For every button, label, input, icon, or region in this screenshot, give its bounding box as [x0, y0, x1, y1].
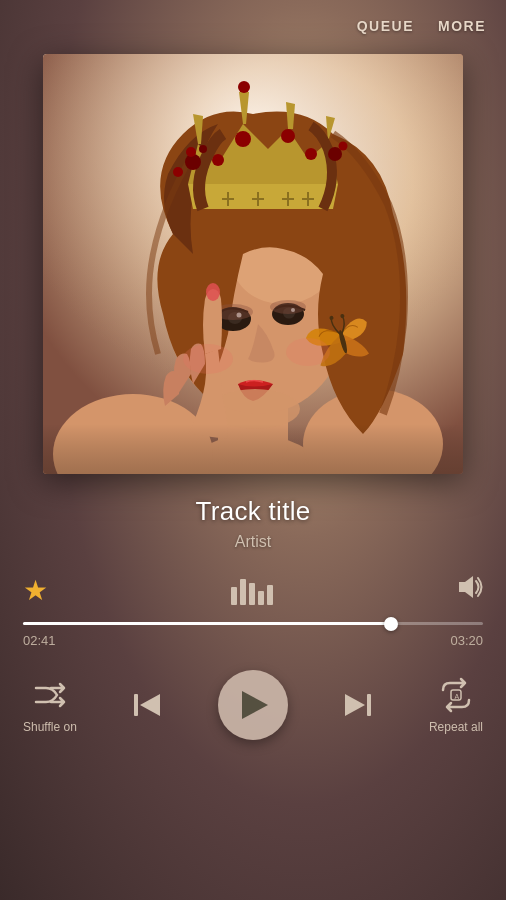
svg-rect-34 — [43, 424, 463, 474]
svg-point-33 — [339, 142, 348, 151]
play-icon — [242, 691, 268, 719]
svg-point-10 — [305, 148, 317, 160]
shuffle-icon — [31, 676, 69, 714]
shuffle-button[interactable]: Shuffle on — [23, 676, 77, 734]
album-art-container — [43, 54, 463, 474]
repeat-label: Repeat all — [429, 720, 483, 734]
track-artist: Artist — [235, 533, 271, 551]
svg-point-31 — [173, 167, 183, 177]
progress-fill — [23, 622, 391, 625]
favorite-button[interactable]: ★ — [23, 574, 48, 607]
equalizer-icon[interactable] — [231, 577, 273, 605]
svg-point-9 — [281, 129, 295, 143]
svg-text:A: A — [454, 693, 459, 700]
header: QUEUE MORE — [0, 0, 506, 44]
svg-point-27 — [286, 338, 330, 366]
svg-point-11 — [212, 154, 224, 166]
track-title: Track title — [195, 496, 310, 527]
svg-point-26 — [183, 344, 233, 374]
svg-point-30 — [199, 145, 207, 153]
current-time: 02:41 — [23, 633, 56, 648]
total-time: 03:20 — [450, 633, 483, 648]
progress-thumb[interactable] — [384, 617, 398, 631]
svg-marker-38 — [140, 694, 160, 716]
play-button[interactable] — [218, 670, 288, 740]
repeat-icon: A — [437, 676, 475, 714]
svg-point-20 — [270, 300, 306, 314]
next-icon — [339, 686, 377, 724]
shuffle-label: Shuffle on — [23, 720, 77, 734]
svg-rect-39 — [367, 694, 371, 716]
svg-point-12 — [238, 81, 250, 93]
time-row: 02:41 03:20 — [23, 633, 483, 648]
queue-button[interactable]: QUEUE — [357, 18, 414, 34]
volume-button[interactable] — [455, 573, 483, 608]
more-button[interactable]: MORE — [438, 18, 486, 34]
svg-marker-35 — [459, 582, 465, 592]
svg-rect-37 — [134, 694, 138, 716]
previous-button[interactable] — [128, 686, 166, 724]
svg-point-22 — [206, 283, 220, 301]
svg-point-8 — [235, 131, 251, 147]
previous-icon — [128, 686, 166, 724]
svg-point-29 — [186, 147, 196, 157]
next-button[interactable] — [339, 686, 377, 724]
playback-row: Shuffle on — [23, 670, 483, 740]
progress-container: 02:41 03:20 — [23, 622, 483, 648]
progress-bar[interactable] — [23, 622, 483, 625]
repeat-button[interactable]: A Repeat all — [429, 676, 483, 734]
album-art — [43, 54, 463, 474]
controls-row: ★ — [23, 573, 483, 608]
svg-marker-40 — [345, 694, 365, 716]
